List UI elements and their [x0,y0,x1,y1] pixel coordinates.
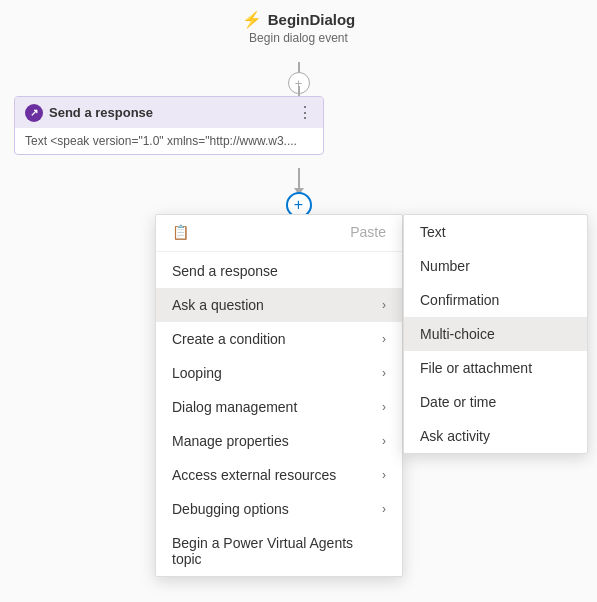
submenu-item-text[interactable]: Text [404,215,587,249]
looping-chevron-icon: › [382,366,386,380]
submenu-item-number[interactable]: Number [404,249,587,283]
dialog-management-chevron-icon: › [382,400,386,414]
node-title-container: ⚡ BeginDialog [242,10,356,29]
submenu-number-label: Number [420,258,470,274]
create-condition-chevron-icon: › [382,332,386,346]
menu-item-manage-properties[interactable]: Manage properties › [156,424,402,458]
menu-looping-label: Looping [172,365,222,381]
response-card-header: ↗ Send a response ⋮ [15,97,323,128]
card-options-button[interactable]: ⋮ [297,103,313,122]
submenu-text-label: Text [420,224,446,240]
menu-debugging-label: Debugging options [172,501,289,517]
manage-properties-chevron-icon: › [382,434,386,448]
submenu-item-confirmation[interactable]: Confirmation [404,283,587,317]
menu-item-ask-question[interactable]: Ask a question › [156,288,402,322]
node-title-text: BeginDialog [268,11,356,28]
canvas: ⚡ BeginDialog Begin dialog event + ↗ Sen… [0,0,597,602]
connector-line-mid [298,86,300,96]
response-card-body: Text <speak version="1.0" xmlns="http://… [15,128,323,154]
submenu-multi-choice-label: Multi-choice [420,326,495,342]
menu-item-debugging[interactable]: Debugging options › [156,492,402,526]
arrow-connector [294,168,304,195]
submenu-date-time-label: Date or time [420,394,496,410]
debugging-chevron-icon: › [382,502,386,516]
menu-item-paste[interactable]: 📋 Paste [156,215,402,249]
menu-item-access-external[interactable]: Access external resources › [156,458,402,492]
menu-begin-pva-label: Begin a Power Virtual Agents topic [172,535,386,567]
access-external-chevron-icon: › [382,468,386,482]
submenu-item-multi-choice[interactable]: Multi-choice [404,317,587,351]
menu-manage-properties-label: Manage properties [172,433,289,449]
submenu-file-attachment-label: File or attachment [420,360,532,376]
submenu-confirmation-label: Confirmation [420,292,499,308]
response-card-title-text: Send a response [49,105,153,120]
paste-icon: 📋 [172,224,189,240]
response-card-title-container: ↗ Send a response [25,104,153,122]
connector-line-arrow [298,168,300,188]
menu-dialog-management-label: Dialog management [172,399,297,415]
menu-create-condition-label: Create a condition [172,331,286,347]
submenu-item-ask-activity[interactable]: Ask activity [404,419,587,453]
flow-plus-icon: + [294,196,303,214]
menu-send-response-label: Send a response [172,263,278,279]
menu-divider-1 [156,251,402,252]
submenu-item-date-time[interactable]: Date or time [404,385,587,419]
response-body-text: Text <speak version="1.0" xmlns="http://… [25,134,297,148]
send-icon-symbol: ↗ [30,107,38,118]
context-menu: 📋 Paste Send a response Ask a question ›… [155,214,403,577]
ask-question-chevron-icon: › [382,298,386,312]
menu-item-looping[interactable]: Looping › [156,356,402,390]
menu-item-create-condition[interactable]: Create a condition › [156,322,402,356]
menu-paste-label: Paste [350,224,386,240]
node-subtitle: Begin dialog event [249,31,348,45]
menu-item-dialog-management[interactable]: Dialog management › [156,390,402,424]
begin-dialog-node: ⚡ BeginDialog Begin dialog event [242,10,356,45]
submenu-ask-activity-label: Ask activity [420,428,490,444]
response-card: ↗ Send a response ⋮ Text <speak version=… [14,96,324,155]
menu-item-begin-pva[interactable]: Begin a Power Virtual Agents topic [156,526,402,576]
submenu-ask-question: Text Number Confirmation Multi-choice Fi… [403,214,588,454]
menu-ask-question-label: Ask a question [172,297,264,313]
menu-access-external-label: Access external resources [172,467,336,483]
send-response-icon: ↗ [25,104,43,122]
lightning-icon: ⚡ [242,10,262,29]
menu-item-send-response[interactable]: Send a response [156,254,402,288]
submenu-item-file-attachment[interactable]: File or attachment [404,351,587,385]
